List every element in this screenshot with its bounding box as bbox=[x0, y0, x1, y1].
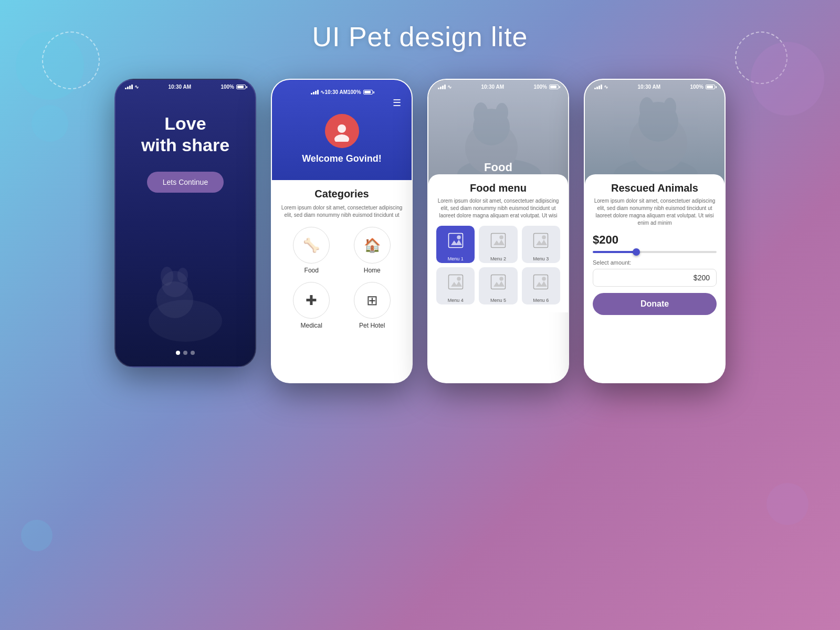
phone2-status-left: ∿ bbox=[311, 89, 324, 95]
phone4-body: Rescued Animals Lorem ipsum dolor sit am… bbox=[585, 174, 724, 323]
menu-label-6: Menu 6 bbox=[531, 296, 550, 304]
phone4-header: ∿ 10:30 AM 100% bbox=[585, 80, 724, 185]
phone-2: ∿ 10:30 AM 100% ☰ Welcome Govind! Catego… bbox=[271, 79, 413, 383]
menu-item-3[interactable]: Menu 3 bbox=[522, 226, 560, 263]
donation-amount-display: $200 bbox=[593, 233, 717, 247]
svg-point-19 bbox=[457, 277, 461, 281]
rescued-animals-title: Rescued Animals bbox=[593, 182, 717, 194]
food-label: Food bbox=[304, 267, 319, 274]
phone4-status-bar: ∿ 10:30 AM 100% bbox=[585, 80, 724, 92]
phone3-status-right: 100% bbox=[533, 84, 559, 90]
svg-point-28 bbox=[664, 98, 676, 117]
phone1-body: Love with share Lets Continue bbox=[116, 92, 255, 363]
category-pet-hotel[interactable]: ⊞ Pet Hotel bbox=[346, 282, 399, 329]
slider-track bbox=[593, 251, 717, 253]
slider-thumb[interactable] bbox=[633, 248, 640, 256]
menu-item-6[interactable]: Menu 6 bbox=[522, 267, 560, 304]
menu-item-1[interactable]: Menu 1 bbox=[436, 226, 475, 263]
deco-circle-3 bbox=[42, 32, 100, 89]
svg-point-6 bbox=[334, 134, 349, 142]
phone2-header: ∿ 10:30 AM 100% ☰ Welcome Govind! bbox=[272, 80, 412, 180]
rescued-animals-desc: Lorem ipsum dolor sit amet, consectetuer… bbox=[593, 197, 717, 227]
pet-hotel-icon-circle: ⊞ bbox=[354, 282, 391, 319]
deco-circle-2 bbox=[32, 105, 68, 142]
phone3-body: Food menu Lorem ipsum dolor sit amet, co… bbox=[428, 174, 568, 312]
phone3-signal bbox=[438, 85, 446, 89]
deco-circle-1 bbox=[16, 32, 84, 100]
donation-slider-container bbox=[593, 251, 717, 253]
phone2-status-bar: ∿ 10:30 AM 100% bbox=[301, 85, 382, 97]
phone1-status-right: 100% bbox=[220, 84, 246, 90]
select-amount-label: Select amount: bbox=[593, 259, 717, 266]
category-medical[interactable]: ✚ Medical bbox=[285, 282, 338, 329]
dot-1 bbox=[176, 351, 180, 355]
phone4-battery-text: 100% bbox=[690, 84, 704, 90]
svg-rect-22 bbox=[534, 275, 548, 289]
phone1-time: 10:30 AM bbox=[168, 84, 191, 90]
svg-point-10 bbox=[474, 102, 488, 125]
phone-4: ∿ 10:30 AM 100% Rescued Animals bbox=[584, 79, 726, 383]
phone3-status-bar: ∿ 10:30 AM 100% bbox=[428, 80, 568, 92]
svg-point-4 bbox=[177, 268, 188, 282]
phone2-time: 10:30 AM bbox=[324, 89, 348, 95]
deco-circle-6 bbox=[766, 483, 808, 525]
user-avatar bbox=[325, 114, 359, 148]
phone3-header: ∿ 10:30 AM 100% Food bbox=[428, 80, 568, 185]
phone1-battery-icon bbox=[236, 85, 246, 89]
categories-title: Categories bbox=[280, 188, 404, 200]
menu-item-4[interactable]: Menu 4 bbox=[436, 267, 475, 304]
phone1-status-left: ∿ bbox=[125, 84, 139, 90]
deco-circle-7 bbox=[21, 520, 52, 551]
food-menu-title: Food menu bbox=[436, 182, 560, 194]
menu-label-1: Menu 1 bbox=[446, 255, 465, 263]
phone2-battery-text: 100% bbox=[348, 89, 361, 95]
pet-hotel-label: Pet Hotel bbox=[359, 322, 385, 329]
phone4-status-right: 100% bbox=[690, 84, 715, 90]
phone2-battery-icon bbox=[363, 90, 373, 94]
amount-input-box[interactable]: $200 bbox=[593, 269, 717, 287]
phone1-heading: Love with share bbox=[141, 113, 229, 156]
menu-thumb-6 bbox=[522, 267, 560, 296]
phone4-battery-icon bbox=[706, 85, 715, 89]
food-header-title: Food bbox=[428, 161, 568, 174]
phone4-signal bbox=[594, 85, 602, 89]
medical-icon-circle: ✚ bbox=[293, 282, 330, 319]
svg-rect-18 bbox=[448, 275, 463, 289]
svg-rect-16 bbox=[534, 233, 548, 247]
phone2-wifi-icon: ∿ bbox=[320, 89, 324, 95]
phone1-signal bbox=[125, 85, 133, 89]
svg-rect-20 bbox=[491, 275, 505, 289]
medical-label: Medical bbox=[301, 322, 322, 329]
category-home[interactable]: 🏠 Home bbox=[346, 227, 399, 274]
phone1-heading-line2: with share bbox=[141, 135, 229, 155]
menu-label-5: Menu 5 bbox=[489, 296, 508, 304]
rescued-header-image bbox=[585, 80, 724, 185]
hamburger-menu-icon[interactable]: ☰ bbox=[393, 97, 401, 109]
menu-label-4: Menu 4 bbox=[446, 296, 465, 304]
menu-label-3: Menu 3 bbox=[531, 255, 550, 263]
svg-point-21 bbox=[499, 277, 503, 281]
menu-label-2: Menu 2 bbox=[489, 255, 508, 263]
phone4-wifi-icon: ∿ bbox=[604, 84, 608, 90]
phone4-time: 10:30 AM bbox=[637, 84, 660, 90]
donate-button[interactable]: Donate bbox=[593, 293, 717, 315]
phone3-battery-text: 100% bbox=[533, 84, 547, 90]
categories-grid: 🦴 Food 🏠 Home ✚ Medical ⊞ Pet Hotel bbox=[280, 227, 404, 329]
svg-point-15 bbox=[499, 235, 503, 239]
menu-item-2[interactable]: Menu 2 bbox=[479, 226, 517, 263]
lets-continue-button[interactable]: Lets Continue bbox=[147, 172, 224, 193]
category-food[interactable]: 🦴 Food bbox=[285, 227, 338, 274]
menu-item-5[interactable]: Menu 5 bbox=[479, 267, 517, 304]
phone3-battery-icon bbox=[549, 85, 559, 89]
svg-point-27 bbox=[639, 97, 654, 120]
svg-point-11 bbox=[496, 103, 508, 122]
phone3-time: 10:30 AM bbox=[481, 84, 504, 90]
phones-container: ∿ 10:30 AM 100% Love with share Lets Con… bbox=[114, 79, 726, 383]
food-menu-desc: Lorem ipsum dolor sit amet, consectetuer… bbox=[436, 197, 560, 219]
phone1-heading-line1: Love bbox=[164, 113, 206, 133]
menu-thumb-3 bbox=[522, 226, 560, 255]
phone1-status-bar: ∿ 10:30 AM 100% bbox=[116, 80, 255, 92]
home-label: Home bbox=[364, 267, 381, 274]
phone2-body: Categories Lorem ipsum dolor sit amet, c… bbox=[272, 180, 412, 337]
svg-point-23 bbox=[542, 277, 547, 281]
